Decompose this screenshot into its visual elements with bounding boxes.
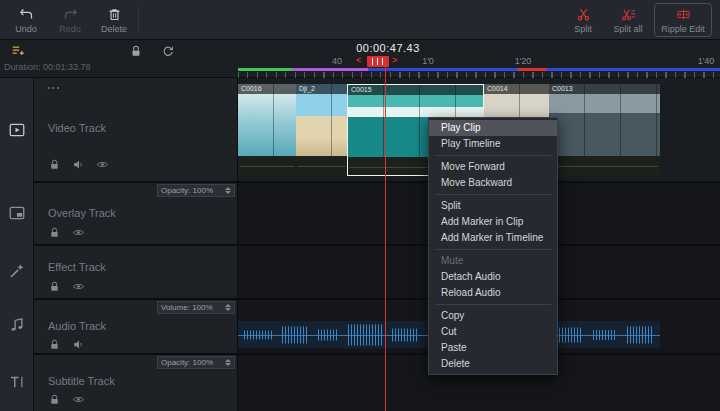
lock-icon[interactable] [48, 393, 62, 407]
ruler-tick: 40 [332, 56, 342, 66]
tracks-area: C0016 Dji_2 C0015 C0014 C0013 [0, 78, 720, 411]
undo-icon [19, 7, 34, 22]
toolbar: Undo Redo Delete Split Split all [0, 0, 720, 40]
clip-label: C0015 [348, 85, 483, 95]
clip-audio-strip [296, 156, 347, 176]
scissors-all-icon [621, 7, 636, 22]
lock-icon[interactable] [48, 338, 62, 352]
menu-item-cut[interactable]: Cut [429, 324, 557, 340]
video-track-icon[interactable] [8, 121, 26, 139]
split-all-label: Split all [613, 24, 642, 34]
video-track-options-button[interactable] [46, 82, 62, 94]
track-separator [34, 244, 720, 246]
lock-icon[interactable] [48, 280, 62, 294]
menu-item-add-marker-in-clip[interactable]: Add Marker in Clip [429, 214, 557, 230]
rotate-button[interactable] [158, 43, 178, 59]
effect-track-header: Effect Track [34, 244, 238, 298]
clip-c0013[interactable]: C0013 [549, 84, 660, 176]
ruler-ticks [238, 72, 720, 78]
audio-track-icon[interactable] [8, 316, 26, 334]
split-button[interactable]: Split [563, 3, 603, 37]
menu-item-split[interactable]: Split [429, 198, 557, 214]
speaker-icon[interactable] [72, 338, 86, 352]
stepper-arrows-icon[interactable] [225, 304, 231, 311]
clip-thumbnail [549, 84, 660, 156]
delete-label: Delete [101, 24, 127, 34]
menu-item-detach-audio[interactable]: Detach Audio [429, 269, 557, 285]
menu-item-play-clip[interactable]: Play Clip [429, 120, 557, 136]
overlay-opacity-label: Opacity: 100% [161, 186, 213, 195]
ruler-tick: 1'20 [515, 56, 532, 66]
effect-track-name: Effect Track [48, 261, 106, 273]
context-menu: Play Clip Play Timeline Move Forward Mov… [428, 117, 558, 375]
undo-button[interactable]: Undo [4, 3, 48, 37]
clip-audio-strip [238, 156, 296, 176]
speaker-icon[interactable] [72, 158, 86, 172]
split-label: Split [574, 24, 592, 34]
clip-dji[interactable]: Dji_2 [296, 84, 347, 176]
duration-label: Duration: 00:01:33.78 [4, 62, 91, 72]
lock-icon[interactable] [48, 158, 62, 172]
render-strip-red [518, 68, 546, 71]
subtitle-track-icon[interactable] [8, 373, 26, 391]
eye-icon[interactable] [72, 393, 86, 407]
overlay-track-name: Overlay Track [48, 207, 116, 219]
subtitle-opacity-control[interactable]: Opacity: 100% [157, 356, 235, 369]
overlay-opacity-control[interactable]: Opacity: 100% [157, 184, 235, 197]
subtitle-track-name: Subtitle Track [48, 375, 115, 387]
lock-icon [129, 44, 143, 58]
audio-track-name: Audio Track [48, 320, 106, 332]
add-track-button[interactable] [6, 43, 30, 59]
redo-label: Redo [59, 24, 81, 34]
audio-volume-label: Volume: 100% [161, 303, 213, 312]
menu-item-mute[interactable]: Mute [429, 253, 557, 269]
menu-item-paste[interactable]: Paste [429, 340, 557, 356]
time-ruler[interactable]: 40 1'0 1'20 1'40 < > [238, 40, 720, 78]
playhead-right-arrow[interactable]: > [392, 55, 397, 65]
menu-separator [435, 194, 551, 195]
menu-item-reload-audio[interactable]: Reload Audio [429, 285, 557, 301]
stepper-arrows-icon[interactable] [225, 187, 231, 194]
menu-item-move-forward[interactable]: Move Forward [429, 159, 557, 175]
render-strip-blue2 [546, 68, 720, 71]
clip-thumbnail [238, 84, 296, 156]
lock-icon[interactable] [48, 226, 62, 240]
track-type-strip [0, 78, 34, 411]
delete-button[interactable]: Delete [92, 3, 136, 37]
clip-label: C0014 [484, 84, 549, 94]
audio-volume-control[interactable]: Volume: 100% [157, 301, 235, 314]
effect-track-icon[interactable] [8, 262, 26, 280]
clip-audio-strip [549, 156, 660, 176]
audio-clip-waveform[interactable] [545, 321, 660, 348]
eye-icon[interactable] [72, 226, 86, 240]
menu-separator [435, 155, 551, 156]
render-strip-purple [292, 68, 368, 71]
redo-button[interactable]: Redo [48, 3, 92, 37]
menu-item-add-marker-in-timeline[interactable]: Add Marker in Timeline [429, 230, 557, 246]
eye-icon[interactable] [72, 280, 86, 294]
playhead-left-arrow[interactable]: < [356, 55, 361, 65]
menu-item-move-backward[interactable]: Move Backward [429, 175, 557, 191]
render-strip-blue [368, 68, 518, 71]
split-all-button[interactable]: Split all [605, 3, 651, 37]
track-separator [34, 298, 720, 300]
stepper-arrows-icon[interactable] [225, 359, 231, 366]
menu-item-delete[interactable]: Delete [429, 356, 557, 372]
menu-item-play-timeline[interactable]: Play Timeline [429, 136, 557, 152]
clip-label: Dji_2 [296, 84, 347, 94]
ripple-edit-icon [676, 7, 691, 22]
add-track-icon [11, 44, 25, 58]
menu-item-copy[interactable]: Copy [429, 308, 557, 324]
scissors-icon [576, 7, 591, 22]
clip-label-bar: Dji_2 [296, 84, 347, 94]
eye-icon[interactable] [96, 158, 110, 172]
playhead-line[interactable] [385, 56, 386, 411]
audio-track-header: Volume: 100% Audio Track [34, 298, 238, 353]
clip-label-bar: C0015 [348, 85, 483, 95]
lock-toggle-button[interactable] [126, 43, 146, 59]
ripple-edit-button[interactable]: Ripple Edit [654, 3, 712, 37]
overlay-track-icon[interactable] [8, 204, 26, 222]
overlay-track-header: Opacity: 100% Overlay Track [34, 181, 238, 244]
clip-c0016[interactable]: C0016 [238, 84, 296, 176]
render-strip-green [238, 68, 292, 71]
